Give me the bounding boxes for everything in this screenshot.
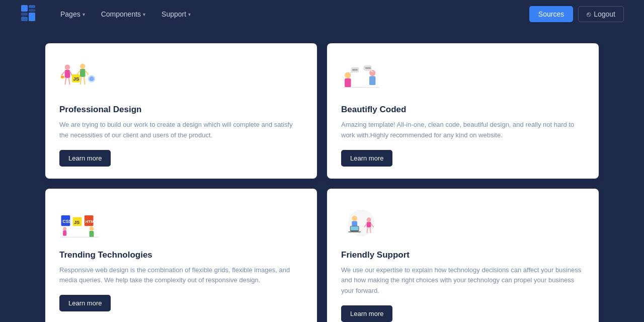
svg-point-55 (367, 217, 371, 222)
card-icon-professional-design: JS (59, 57, 100, 98)
card-trending-technologies-title: Trending Technologies (59, 250, 303, 260)
svg-point-31 (352, 69, 354, 71)
svg-line-10 (65, 78, 66, 84)
svg-text:JS: JS (74, 219, 79, 224)
svg-line-16 (86, 71, 88, 74)
svg-point-44 (90, 226, 94, 231)
svg-line-17 (80, 77, 82, 84)
card-beautifully-coded-learn-more-button[interactable]: Learn more (341, 150, 392, 167)
svg-line-8 (61, 71, 64, 75)
svg-rect-45 (90, 231, 94, 237)
svg-point-6 (65, 64, 70, 70)
card-beautifully-coded-title: Beautifly Coded (341, 105, 585, 115)
navbar-links: Pages ▾ Components ▾ Support ▾ (53, 6, 529, 22)
logout-icon: ⎋ (587, 10, 591, 18)
navbar-actions: Sources ⎋ Logout (529, 6, 624, 22)
svg-rect-24 (345, 78, 351, 88)
svg-rect-5 (29, 13, 35, 21)
chevron-down-icon: ▾ (188, 12, 191, 17)
card-trending-technologies: CSS JS HTM Trending Techno (45, 189, 317, 322)
svg-rect-1 (29, 5, 35, 8)
svg-rect-4 (21, 17, 28, 21)
chevron-down-icon: ▾ (143, 12, 145, 17)
svg-point-35 (367, 67, 369, 69)
card-trending-technologies-learn-more-button[interactable]: Learn more (59, 295, 111, 311)
svg-rect-47 (63, 230, 66, 236)
card-trending-technologies-desc: Responsive web design is the combination… (59, 265, 303, 286)
cards-grid: JS Professional Design We are trying to … (45, 43, 599, 322)
svg-point-50 (352, 215, 357, 221)
card-professional-design-learn-more-button[interactable]: Learn more (59, 150, 111, 167)
card-icon-friendly-support (341, 203, 381, 243)
card-friendly-support: Friendly Support We use our expertise to… (327, 189, 599, 322)
card-professional-design-title: Professional Design (59, 105, 303, 115)
card-beautifully-coded: Beautifly Coded Amazing template! All-in… (327, 43, 599, 179)
svg-rect-26 (369, 76, 375, 85)
svg-rect-3 (21, 13, 28, 16)
svg-point-12 (61, 75, 64, 78)
nav-support[interactable]: Support ▾ (154, 6, 198, 22)
sources-button[interactable]: Sources (529, 6, 573, 22)
card-professional-design: JS Professional Design We are trying to … (45, 43, 317, 179)
svg-point-23 (345, 72, 351, 78)
card-beautifully-coded-desc: Amazing template! All-in-one, clean code… (341, 120, 585, 141)
logout-button[interactable]: ⎋ Logout (578, 6, 624, 22)
svg-line-60 (370, 227, 371, 232)
card-professional-design-desc: We are trying to build our work to creat… (59, 120, 303, 141)
svg-line-18 (84, 77, 85, 84)
nav-components[interactable]: Components ▾ (94, 6, 152, 22)
main-content: JS Professional Design We are trying to … (0, 28, 644, 322)
nav-pages[interactable]: Pages ▾ (53, 6, 92, 22)
svg-line-15 (77, 71, 80, 74)
svg-point-34 (365, 67, 367, 69)
svg-text:JS: JS (73, 76, 79, 82)
svg-text:CSS: CSS (62, 219, 71, 224)
card-icon-trending-technologies: CSS JS HTM (59, 203, 100, 243)
svg-rect-53 (351, 226, 359, 230)
chevron-down-icon: ▾ (83, 12, 85, 17)
svg-point-36 (369, 67, 371, 69)
svg-rect-7 (65, 70, 70, 78)
svg-line-11 (69, 78, 70, 84)
svg-point-46 (63, 227, 66, 230)
svg-text:HTM: HTM (86, 219, 95, 224)
card-friendly-support-title: Friendly Support (341, 250, 585, 260)
navbar: Pages ▾ Components ▾ Support ▾ Sources ⎋… (0, 0, 644, 28)
card-friendly-support-desc: We use our expertise to explain how tech… (341, 265, 585, 296)
svg-point-13 (80, 63, 86, 69)
svg-rect-54 (348, 231, 361, 232)
svg-line-9 (70, 71, 72, 75)
svg-point-33 (356, 69, 358, 71)
svg-point-32 (354, 69, 356, 71)
svg-rect-0 (21, 5, 28, 12)
logo (20, 4, 38, 24)
svg-point-22 (90, 76, 94, 81)
svg-rect-56 (367, 222, 371, 227)
card-friendly-support-learn-more-button[interactable]: Learn more (341, 305, 392, 322)
card-icon-beautifully-coded (341, 57, 381, 98)
svg-rect-14 (80, 69, 86, 77)
svg-line-59 (367, 227, 368, 232)
svg-rect-2 (29, 9, 35, 12)
